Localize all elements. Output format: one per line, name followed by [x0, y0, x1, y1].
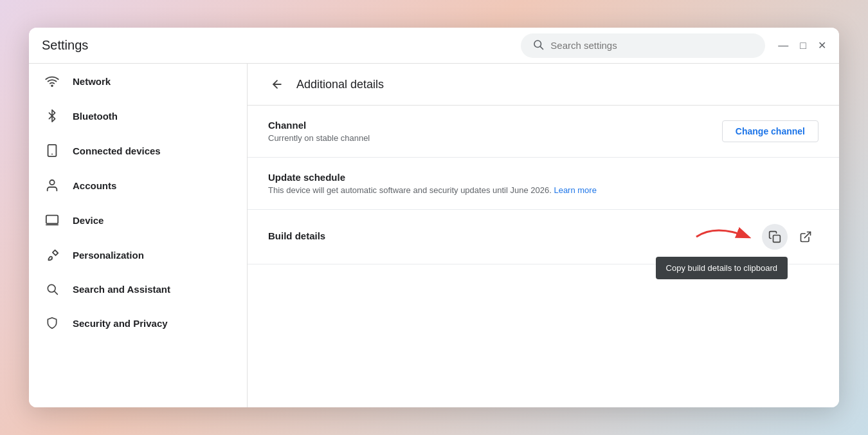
main-content: Additional details Channel Currently on … — [248, 64, 839, 407]
svg-rect-6 — [46, 216, 58, 224]
devices-icon — [44, 143, 60, 158]
sidebar-item-label-accounts: Accounts — [73, 180, 116, 191]
maximize-button[interactable]: □ — [800, 41, 806, 51]
sidebar-item-search-assistant[interactable]: Search and Assistant — [29, 272, 239, 306]
channel-title: Channel — [268, 120, 370, 131]
search-bar — [521, 33, 765, 58]
window-body: Network Bluetooth Connected devices — [29, 64, 839, 407]
sidebar: Network Bluetooth Connected devices — [29, 64, 248, 407]
sidebar-item-connected-devices[interactable]: Connected devices — [29, 133, 239, 168]
sidebar-item-label-connected-devices: Connected devices — [73, 145, 161, 156]
sidebar-item-label-device: Device — [73, 215, 104, 226]
build-actions: Copy build details to clipboard — [762, 224, 818, 250]
copy-build-button[interactable]: Copy build details to clipboard — [762, 224, 788, 250]
annotation-arrow — [690, 218, 767, 256]
sidebar-item-label-bluetooth: Bluetooth — [73, 111, 118, 122]
channel-subtitle: Currently on stable channel — [268, 133, 370, 143]
copy-tooltip: Copy build details to clipboard — [656, 257, 788, 279]
brush-icon — [44, 248, 60, 262]
sidebar-item-label-search-assistant: Search and Assistant — [73, 284, 170, 295]
svg-line-12 — [804, 232, 810, 238]
svg-point-5 — [50, 180, 54, 185]
svg-rect-11 — [773, 236, 781, 243]
search-assistant-icon — [44, 282, 60, 295]
person-icon — [44, 178, 60, 192]
svg-point-2 — [51, 85, 53, 86]
sidebar-item-security-privacy[interactable]: Security and Privacy — [29, 306, 239, 340]
change-channel-button[interactable]: Change channel — [722, 120, 818, 142]
close-button[interactable]: ✕ — [818, 41, 826, 51]
sidebar-item-accounts[interactable]: Accounts — [29, 168, 239, 203]
build-details-row: Build details — [268, 224, 818, 250]
learn-more-link[interactable]: Learn more — [554, 185, 596, 195]
page-title: Additional details — [296, 78, 384, 91]
window-title: Settings — [42, 38, 521, 53]
sidebar-item-device[interactable]: Device — [29, 203, 239, 237]
sidebar-item-network[interactable]: Network — [29, 64, 239, 98]
build-details-info: Build details — [268, 230, 325, 244]
main-header: Additional details — [248, 64, 839, 106]
channel-section: Channel Currently on stable channel Chan… — [248, 106, 839, 158]
channel-info: Channel Currently on stable channel — [268, 120, 370, 143]
sidebar-item-bluetooth[interactable]: Bluetooth — [29, 98, 239, 133]
update-schedule-info: Update schedule This device will get aut… — [268, 172, 818, 195]
svg-rect-3 — [48, 145, 57, 156]
build-details-title: Build details — [268, 230, 325, 241]
svg-line-9 — [55, 292, 58, 295]
settings-window: Settings — □ ✕ — [29, 28, 839, 407]
sidebar-item-personalization[interactable]: Personalization — [29, 237, 239, 272]
title-bar: Settings — □ ✕ — [29, 28, 839, 64]
minimize-button[interactable]: — — [778, 41, 788, 51]
window-controls: — □ ✕ — [778, 41, 826, 51]
sidebar-item-label-personalization: Personalization — [73, 250, 144, 261]
channel-row: Channel Currently on stable channel Chan… — [268, 120, 818, 143]
back-button[interactable] — [268, 75, 286, 93]
update-schedule-subtitle: This device will get automatic software … — [268, 185, 818, 195]
shield-icon — [44, 316, 60, 330]
build-details-section: Build details — [248, 210, 839, 264]
search-icon — [532, 39, 544, 53]
search-input[interactable] — [550, 40, 754, 51]
update-schedule-section: Update schedule This device will get aut… — [248, 158, 839, 210]
update-schedule-title: Update schedule — [268, 172, 818, 183]
wifi-icon — [44, 74, 60, 88]
laptop-icon — [44, 213, 60, 227]
sidebar-item-label-network: Network — [73, 76, 111, 87]
bluetooth-icon — [44, 109, 60, 123]
open-external-button[interactable] — [793, 224, 818, 250]
sidebar-item-label-security-privacy: Security and Privacy — [73, 318, 168, 329]
svg-line-1 — [541, 46, 543, 49]
